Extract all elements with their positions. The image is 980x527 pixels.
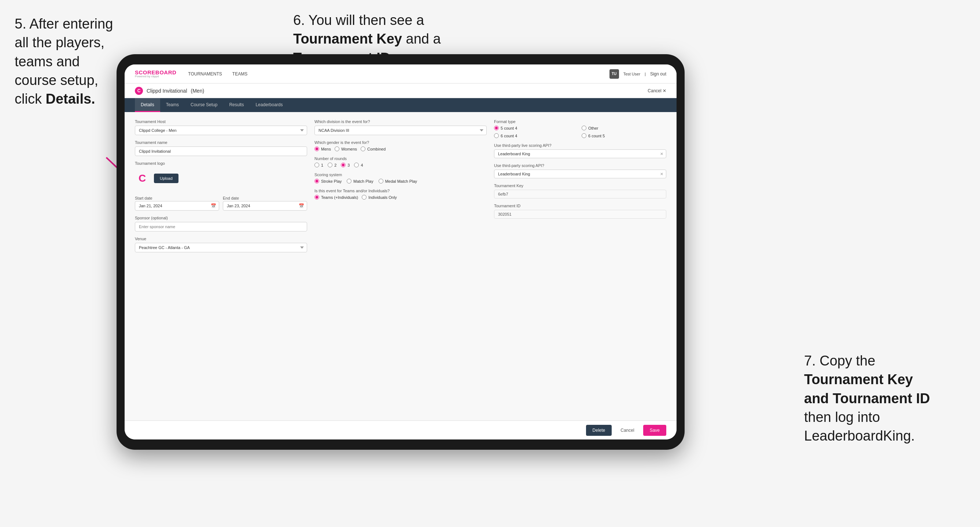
cancel-header-btn[interactable]: Cancel ✕: [648, 88, 666, 94]
teams-radio-group: Teams (+Individuals) Individuals Only: [315, 195, 487, 200]
logo-area: C Upload: [135, 167, 307, 189]
gender-radio-group: Mens Womens Combined: [315, 146, 487, 151]
tablet-screen: SCOREBOARD Powered by clippd TOURNAMENTS…: [125, 65, 676, 440]
tournament-host-select[interactable]: Clippd College - Men: [135, 125, 307, 135]
scoring-radio-group: Stroke Play Match Play Medal Match Play: [315, 179, 487, 184]
top-nav: SCOREBOARD Powered by clippd TOURNAMENTS…: [125, 65, 676, 84]
format-other[interactable]: Other: [582, 125, 666, 130]
nav-links: TOURNAMENTS TEAMS: [188, 71, 247, 76]
sponsor-label: Sponsor (optional): [135, 216, 307, 220]
tab-details[interactable]: Details: [135, 98, 160, 112]
sign-out-link[interactable]: Sign out: [650, 71, 666, 76]
user-avatar: TU: [609, 69, 619, 79]
gender-mens[interactable]: Mens: [315, 146, 331, 151]
api2-field: Leaderboard King ✕: [494, 170, 666, 178]
rounds-radio-group: 1 2 3 4: [315, 163, 487, 167]
format-6c5[interactable]: 6 count 5: [582, 133, 666, 138]
api1-clear-btn[interactable]: ✕: [660, 152, 663, 156]
sponsor-input[interactable]: [135, 222, 307, 232]
rounds-4[interactable]: 4: [354, 163, 363, 167]
tablet-frame: SCOREBOARD Powered by clippd TOURNAMENTS…: [116, 54, 685, 450]
venue-label: Venue: [135, 237, 307, 241]
main-content: Tournament Host Clippd College - Men Tou…: [125, 112, 676, 421]
rounds-label: Number of rounds: [315, 156, 487, 161]
form-section-middle: Which division is the event for? NCAA Di…: [315, 119, 487, 252]
division-label: Which division is the event for?: [315, 119, 487, 124]
end-cal-icon: 📅: [299, 203, 304, 208]
gender-label: Which gender is the event for?: [315, 140, 487, 144]
api1-inner: Leaderboard King: [494, 149, 666, 158]
sub-header: C Clippd Invitational (Men) Cancel ✕: [125, 84, 676, 98]
teams-label: Is this event for Teams and/or Individua…: [315, 189, 487, 193]
start-date-group: Start date 📅: [135, 194, 219, 211]
end-date-input[interactable]: [223, 201, 307, 211]
scoring-match[interactable]: Match Play: [347, 179, 373, 184]
nav-teams[interactable]: TEAMS: [232, 71, 247, 76]
end-date-group: End date 📅: [223, 194, 307, 211]
rounds-3[interactable]: 3: [341, 163, 350, 167]
upload-btn[interactable]: Upload: [154, 174, 178, 183]
brand-sub: Powered by clippd: [135, 75, 176, 78]
tournament-key-group: Tournament Key 6efb7: [494, 184, 666, 198]
format-5c4[interactable]: 5 count 4: [494, 125, 579, 130]
tournament-logo-group: Tournament logo C Upload: [135, 161, 307, 189]
tournament-id-value: 302051: [494, 210, 666, 219]
start-cal-icon: 📅: [211, 203, 216, 208]
division-select[interactable]: NCAA Division III: [315, 125, 487, 135]
scoring-label: Scoring system: [315, 173, 487, 177]
user-label: Test User: [624, 72, 640, 76]
teams-group: Is this event for Teams and/or Individua…: [315, 189, 487, 200]
delete-button[interactable]: Delete: [586, 425, 612, 436]
rounds-group: Number of rounds 1 2: [315, 156, 487, 167]
tournament-host-group: Tournament Host Clippd College - Men: [135, 119, 307, 135]
format-6c4[interactable]: 6 count 4: [494, 133, 579, 138]
tab-bar: Details Teams Course Setup Results Leade…: [125, 98, 676, 112]
nav-tournaments[interactable]: TOURNAMENTS: [188, 71, 222, 76]
tournament-id-label: Tournament ID: [494, 204, 666, 208]
start-date-label: Start date: [135, 196, 153, 200]
annotation-bottom-right: 7. Copy the Tournament Keyand Tournament…: [804, 352, 958, 445]
scoring-stroke[interactable]: Stroke Play: [315, 179, 342, 184]
sponsor-group: Sponsor (optional): [135, 216, 307, 232]
api1-group: Use third-party live scoring API? Leader…: [494, 143, 666, 158]
format-group: Format type 5 count 4 Other: [494, 119, 666, 138]
end-date-label: End date: [223, 196, 239, 200]
nav-right: TU Test User | Sign out: [609, 69, 666, 79]
brand-name: SCOREBOARD: [135, 70, 176, 75]
annotation-left: 5. After entering all the players, teams…: [15, 15, 117, 108]
start-date-input[interactable]: [135, 201, 219, 211]
tournament-name-label: Tournament name: [135, 140, 307, 144]
scoring-medal[interactable]: Medal Match Play: [379, 179, 417, 184]
venue-group: Venue Peachtree GC - Atlanta - GA: [135, 237, 307, 252]
rounds-2[interactable]: 2: [328, 163, 336, 167]
start-date-wrap: 📅: [135, 201, 219, 211]
tab-results[interactable]: Results: [223, 98, 250, 112]
api2-group: Use third-party scoring API? Leaderboard…: [494, 163, 666, 178]
form-grid: Tournament Host Clippd College - Men Tou…: [135, 119, 666, 252]
rounds-1[interactable]: 1: [315, 163, 323, 167]
teams-plus-individuals[interactable]: Teams (+Individuals): [315, 195, 358, 200]
format-radio-group: 5 count 4 Other 6 count 4: [494, 125, 666, 138]
venue-select[interactable]: Peachtree GC - Atlanta - GA: [135, 243, 307, 252]
api2-clear-btn[interactable]: ✕: [660, 172, 663, 176]
api2-label: Use third-party scoring API?: [494, 163, 666, 168]
save-button[interactable]: Save: [643, 425, 666, 436]
form-section-right: Format type 5 count 4 Other: [494, 119, 666, 252]
brand: SCOREBOARD Powered by clippd: [135, 70, 176, 78]
tournament-title: C Clippd Invitational (Men): [135, 87, 204, 95]
scoring-group: Scoring system Stroke Play Match Play: [315, 173, 487, 184]
api2-inner: Leaderboard King: [494, 170, 666, 178]
tournament-logo-label: Tournament logo: [135, 161, 307, 165]
cancel-button[interactable]: Cancel: [615, 425, 639, 436]
tournament-name-input[interactable]: [135, 146, 307, 156]
tournament-host-label: Tournament Host: [135, 119, 307, 124]
tab-course-setup[interactable]: Course Setup: [185, 98, 223, 112]
dates-group: Start date 📅 End date 📅: [135, 194, 307, 211]
gender-womens[interactable]: Womens: [335, 146, 357, 151]
gender-combined[interactable]: Combined: [361, 146, 385, 151]
bottom-bar: Delete Cancel Save: [125, 421, 676, 440]
teams-individuals-only[interactable]: Individuals Only: [362, 195, 397, 200]
tab-teams[interactable]: Teams: [160, 98, 185, 112]
tournament-id-group: Tournament ID 302051: [494, 204, 666, 219]
tab-leaderboards[interactable]: Leaderboards: [250, 98, 288, 112]
